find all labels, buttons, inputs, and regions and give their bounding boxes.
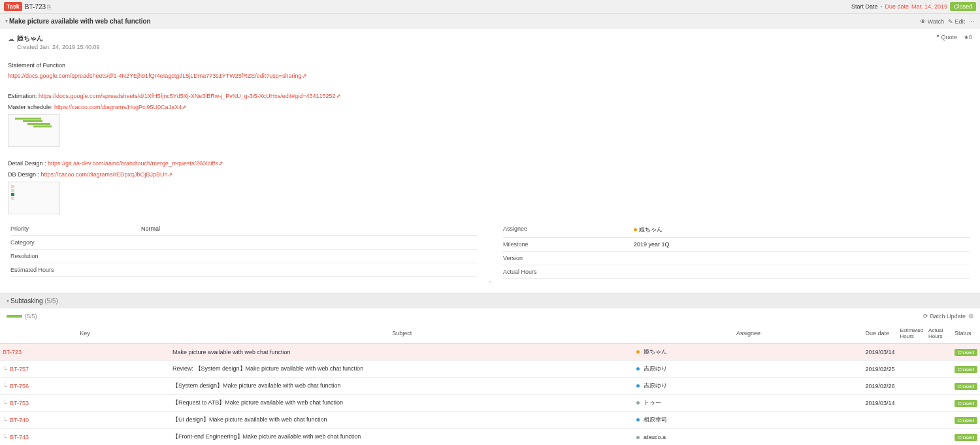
sched-link[interactable]: https://cacoo.com/diagrams/HogPci95U0CaJ… xyxy=(54,104,182,110)
batch-update-button[interactable]: ⟳ Batch Update xyxy=(923,313,966,320)
chevron-down-icon[interactable]: ▾ xyxy=(7,298,9,304)
subtask-assignee: トゥー xyxy=(634,395,862,412)
table-row[interactable]: BT-723Make picture available with web ch… xyxy=(0,344,980,361)
status-badge: Closed xyxy=(955,366,977,373)
start-date-value: - xyxy=(880,3,882,10)
subtask-subject: Make picture available with web chat fun… xyxy=(170,344,634,361)
subtask-assignee: 吉原ゆり xyxy=(634,378,862,395)
subtasking-count: (5/5) xyxy=(44,297,58,305)
quote-button[interactable]: ❝ Quote xyxy=(936,34,957,41)
title-row: ▾ Make picture available with web chat f… xyxy=(0,14,980,29)
est-label: Estimation: xyxy=(8,93,39,99)
description: Statement of Function https://docs.googl… xyxy=(8,61,972,214)
subtask-key-link[interactable]: BT-756 xyxy=(10,383,29,389)
task-type-badge: Task xyxy=(4,2,22,11)
col-assignee[interactable]: Assignee xyxy=(634,323,862,344)
resolution-label: Resolution xyxy=(10,253,141,259)
est-link[interactable]: https://docs.google.com/spreadsheets/d/1… xyxy=(39,93,336,99)
status-badge: Closed xyxy=(955,383,977,390)
subtask-subject: Review: 【System design】Make picture avai… xyxy=(170,361,634,378)
link-new-window-icon[interactable]: ⇗ xyxy=(168,171,173,178)
created-date: Created Jan. 24, 2019 15:40:09 xyxy=(17,44,972,50)
sched-label: Master schedule: xyxy=(8,104,54,110)
actual-hours-label: Actual Hours xyxy=(503,269,634,275)
subtask-key-link[interactable]: BT-757 xyxy=(10,366,29,372)
status-badge: Closed xyxy=(955,400,977,407)
detail-label: Detail Design : xyxy=(8,160,48,167)
stmt-label: Statement of Function xyxy=(8,61,972,70)
table-row[interactable]: └ BT-740【UI design】Make picture availabl… xyxy=(0,412,980,429)
priority-value: Normal xyxy=(141,225,160,232)
issue-header: Task BT-723 ⎘ Start Date - Due date Mar.… xyxy=(0,0,980,14)
col-key[interactable]: Key xyxy=(0,323,170,344)
subtask-assignee: 吉原ゆり xyxy=(634,361,862,378)
subtask-table: Key Subject Assignee Due date Estimated … xyxy=(0,323,980,445)
status-badge: Closed xyxy=(955,417,977,424)
col-subject[interactable]: Subject xyxy=(170,323,634,344)
milestone-label: Milestone xyxy=(503,241,634,248)
due-date-value: Mar. 14, 2019 xyxy=(911,3,947,10)
table-row[interactable]: └ BT-757Review: 【System design】Make pict… xyxy=(0,361,980,378)
star-count[interactable]: ★0 xyxy=(964,34,972,41)
subtask-subject: 【Front-end Engineering】Make picture avai… xyxy=(170,429,634,445)
subtask-assignee: atsuco.a xyxy=(634,429,862,445)
subtask-key-link[interactable]: BT-740 xyxy=(10,417,29,423)
subtask-due: 2019/02/26 xyxy=(862,378,897,395)
col-act[interactable]: Actual Hours xyxy=(926,323,952,344)
more-icon[interactable]: ⋯ xyxy=(969,18,975,25)
progress-text: (5/5) xyxy=(25,313,37,320)
copy-icon[interactable]: ⎘ xyxy=(47,3,51,10)
db-label: DB Design : xyxy=(8,171,41,178)
table-row[interactable]: └ BT-756【System design】Make picture avai… xyxy=(0,378,980,395)
avatar-icon: ☁ xyxy=(8,35,14,42)
est-hours-label: Estimated Hours xyxy=(10,267,141,273)
link-new-window-icon[interactable]: ⇗ xyxy=(302,73,307,79)
version-label: Version xyxy=(503,255,634,261)
col-due[interactable]: Due date xyxy=(862,323,897,344)
subtasking-label: Subtasking xyxy=(10,297,42,305)
edit-button[interactable]: ✎ Edit xyxy=(948,18,965,25)
subtask-due: 2019/03/14 xyxy=(862,395,897,412)
stmt-link[interactable]: https://docs.google.com/spreadsheets/d/1… xyxy=(8,73,302,79)
subtask-due: 2019/03/14 xyxy=(862,344,897,361)
watch-button[interactable]: 👁 Watch xyxy=(920,18,944,25)
subtask-subject: 【Request to ATB】Make picture available w… xyxy=(170,395,634,412)
subtask-assignee: 相原幸司 xyxy=(634,412,862,429)
subtasking-header[interactable]: ▾ Subtasking (5/5) xyxy=(0,293,980,308)
author-name[interactable]: 姫ちゃん xyxy=(17,34,43,43)
assignee-value: 姫ちゃん xyxy=(634,225,662,234)
col-status[interactable]: Status xyxy=(952,323,980,344)
progress-bar xyxy=(7,315,22,318)
assignee-label: Assignee xyxy=(503,225,634,234)
expand-icon[interactable]: ▾ xyxy=(5,18,8,24)
milestone-value: 2019 year 1Q xyxy=(634,241,670,248)
subtask-key-link[interactable]: BT-723 xyxy=(3,349,22,355)
due-date-label: Due date xyxy=(885,3,909,10)
subtask-due xyxy=(862,412,897,429)
subtask-key-link[interactable]: BT-753 xyxy=(10,400,29,406)
db-link[interactable]: https://cacoo.com/diagrams/rEDpxqJbOjBJp… xyxy=(41,171,168,178)
subtask-subject: 【UI design】Make picture available with w… xyxy=(170,412,634,429)
detail-link[interactable]: https://git.aa-dev.com/aainc/brandtouch/… xyxy=(48,160,218,167)
db-thumbnail[interactable] xyxy=(8,182,60,214)
priority-label: Priority xyxy=(10,225,141,232)
link-new-window-icon[interactable]: ⇗ xyxy=(336,93,341,99)
add-subtask-icon[interactable]: ⊕ xyxy=(968,312,973,320)
status-badge: Closed xyxy=(955,349,977,356)
subtask-due: 2019/02/25 xyxy=(862,361,897,378)
col-est[interactable]: Estimated Hours xyxy=(898,323,926,344)
issue-title: Make picture available with web chat fun… xyxy=(9,18,151,25)
table-row[interactable]: └ BT-753【Request to ATB】Make picture ava… xyxy=(0,395,980,412)
subtask-assignee: 姫ちゃん xyxy=(634,344,862,361)
link-new-window-icon[interactable]: ⇗ xyxy=(182,104,187,110)
status-badge: Closed xyxy=(950,2,976,11)
subtask-key-link[interactable]: BT-743 xyxy=(10,434,29,440)
issue-key[interactable]: BT-723 xyxy=(25,3,46,10)
status-badge: Closed xyxy=(955,434,977,441)
category-label: Category xyxy=(10,239,141,246)
subtask-due xyxy=(862,429,897,445)
collapse-handle[interactable]: ⌃ xyxy=(8,279,972,288)
gantt-thumbnail[interactable] xyxy=(8,114,60,147)
table-row[interactable]: └ BT-743【Front-end Engineering】Make pict… xyxy=(0,429,980,445)
link-new-window-icon[interactable]: ⇗ xyxy=(218,160,223,167)
